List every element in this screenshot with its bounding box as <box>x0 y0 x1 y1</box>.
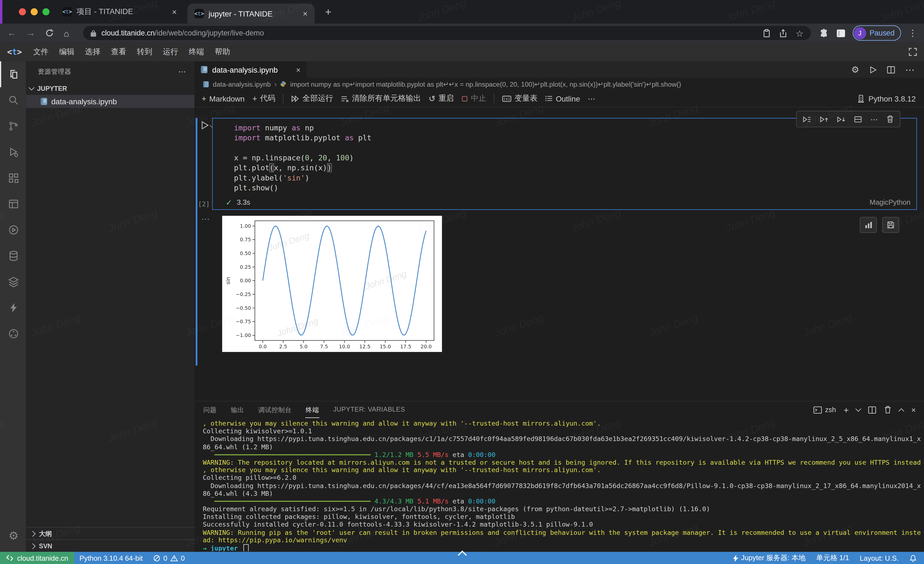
code-cell[interactable]: import numpy as npimport matplotlib.pypl… <box>212 118 917 210</box>
maximize-panel-icon[interactable] <box>899 408 904 414</box>
clear-outputs-button[interactable]: 清除所有单元格输出 <box>341 93 421 104</box>
panel-tab-JUPYTER: VARIABLES[interactable]: JUPYTER: VARIABLES <box>333 402 406 418</box>
browser-toolbar: ← → ⌂ cloud.titanide.cn/ide/web/coding/j… <box>0 24 924 43</box>
profile-paused-button[interactable]: J Paused <box>852 25 901 41</box>
clipboard-icon[interactable] <box>763 29 771 38</box>
sidebar-more-icon[interactable]: ⋯ <box>178 67 186 76</box>
run-editor-icon[interactable] <box>869 66 877 74</box>
outline-button[interactable]: Outline <box>545 94 580 103</box>
kill-terminal-trash-icon[interactable] <box>884 406 892 414</box>
keyboard-layout-status[interactable]: Layout: U.S. <box>860 554 899 562</box>
panel-tab-终端[interactable]: 终端 <box>305 402 320 418</box>
notifications-bell-icon[interactable] <box>909 554 917 562</box>
menu-item-选择[interactable]: 选择 <box>80 42 106 61</box>
cell-toolbar-run-cells-below-icon[interactable] <box>837 115 846 123</box>
chart-output-button[interactable] <box>860 217 877 233</box>
python-interpreter-status[interactable]: Python 3.10.4 64-bit <box>74 554 148 562</box>
chrome-menu-icon[interactable]: ⋮ <box>908 28 917 39</box>
notebook-cell-status[interactable]: 单元格 1/1 <box>816 553 849 563</box>
editor-tab-notebook[interactable]: data-analysis.ipynb × <box>194 61 306 78</box>
home-icon[interactable]: ⌂ <box>63 28 69 38</box>
add-markdown-button[interactable]: +Markdown <box>202 94 245 103</box>
browser-tab-project[interactable]: <t> 项目 - TITANIDE × <box>55 0 184 24</box>
bookmark-star-icon[interactable]: ☆ <box>796 29 804 38</box>
activity-explorer-icon[interactable] <box>0 61 26 87</box>
activity-settings-gear-icon[interactable]: ⚙ <box>0 522 26 548</box>
breadcrumb-cell-preview[interactable]: import numpy as np↵import matplotlib.pyp… <box>290 80 681 88</box>
editor-tab-close-icon[interactable]: × <box>296 65 301 74</box>
cell-toolbar-run-cells-above-icon[interactable] <box>820 115 829 123</box>
save-output-button[interactable] <box>882 217 899 233</box>
sidebar-section-SVN[interactable]: SVN <box>26 540 194 552</box>
menu-item-运行[interactable]: 运行 <box>158 42 183 61</box>
back-icon[interactable]: ← <box>7 28 16 39</box>
menu-item-编辑[interactable]: 编辑 <box>54 42 80 61</box>
language-mode-label[interactable]: MagicPython <box>870 198 910 206</box>
split-terminal-icon[interactable] <box>868 406 876 414</box>
cell-toolbar-split-cell-icon[interactable] <box>854 115 862 123</box>
panel-tab-调试控制台[interactable]: 调试控制台 <box>258 402 292 418</box>
problems-status[interactable]: 0 0 <box>148 554 190 562</box>
window-close-button[interactable] <box>19 8 26 15</box>
kernel-picker[interactable]: Python 3.8.12 <box>856 94 924 103</box>
menu-item-终端[interactable]: 终端 <box>183 42 209 61</box>
restart-kernel-button[interactable]: ↺重启 <box>429 93 454 104</box>
sidebar-section-大纲[interactable]: 大纲 <box>26 527 194 540</box>
cell-toolbar-delete-cell-icon[interactable] <box>886 115 894 123</box>
run-cell-button[interactable] <box>201 121 209 129</box>
activity-database-icon[interactable] <box>0 243 26 269</box>
breadcrumb[interactable]: data-analysis.ipynb › import numpy as np… <box>194 78 924 90</box>
activity-zap-icon[interactable] <box>0 295 26 320</box>
sidebar-item-notebook-file[interactable]: data-analysis.ipynb <box>26 95 194 108</box>
menu-item-查看[interactable]: 查看 <box>106 42 132 61</box>
activity-run-debug-icon[interactable] <box>0 139 26 165</box>
notebook-settings-gear-icon[interactable]: ⚙ <box>851 65 859 75</box>
sidebar-section-jupyter[interactable]: JUPYTER <box>26 82 194 95</box>
menu-item-转到[interactable]: 转到 <box>132 42 158 61</box>
tab-close-icon[interactable]: × <box>172 8 177 16</box>
share-icon[interactable] <box>779 29 788 38</box>
extensions-puzzle-icon[interactable] <box>819 28 829 38</box>
toolbar-more-icon[interactable]: ⋯ <box>588 94 596 103</box>
jupyter-server-status[interactable]: Jupyter 服务器: 本地 <box>733 553 806 563</box>
activity-search-icon[interactable] <box>0 87 26 113</box>
window-zoom-button[interactable] <box>42 8 50 15</box>
activity-extensions-icon[interactable] <box>0 165 26 191</box>
window-minimize-button[interactable] <box>30 8 38 15</box>
add-code-button[interactable]: +代码 <box>252 93 275 104</box>
activity-remote-hub-icon[interactable] <box>0 321 26 347</box>
url-bar[interactable]: cloud.titanide.cn/ide/web/coding/jupyter… <box>83 26 810 40</box>
activity-source-control-icon[interactable] <box>0 113 26 139</box>
browser-tab-jupyter[interactable]: <t> jupyter - TITANIDE × <box>187 4 315 24</box>
cell-toolbar-execute-cells-below-icon[interactable] <box>803 115 812 123</box>
activity-notebook-preview-icon[interactable] <box>0 191 26 217</box>
tab-close-icon[interactable]: × <box>303 9 308 18</box>
remote-indicator[interactable]: cloud.titanide.cn <box>0 552 74 564</box>
panel-tab-问题[interactable]: 问题 <box>202 402 217 418</box>
cell-code-editor[interactable]: import numpy as npimport matplotlib.pypl… <box>234 123 912 193</box>
run-all-button[interactable]: 全部运行 <box>291 93 333 104</box>
split-editor-icon[interactable] <box>887 66 895 74</box>
activity-layers-icon[interactable] <box>0 269 26 295</box>
reload-icon[interactable] <box>45 29 54 38</box>
breadcrumb-file[interactable]: data-analysis.ipynb <box>213 81 271 88</box>
editor-more-icon[interactable]: ⋯ <box>905 64 914 75</box>
menu-item-文件[interactable]: 文件 <box>28 42 54 61</box>
new-tab-button[interactable]: + <box>322 5 334 18</box>
cell-toolbar-more-icon[interactable]: ⋯ <box>870 114 878 125</box>
terminal-dropdown-icon[interactable] <box>855 406 861 412</box>
sidebar-toggle-icon[interactable] <box>836 29 845 38</box>
menu-item-帮助[interactable]: 帮助 <box>209 42 235 61</box>
interrupt-button[interactable]: 中止 <box>462 93 486 104</box>
fullscreen-icon[interactable] <box>909 48 917 56</box>
variables-button[interactable]: (x) 变量表 <box>502 93 538 104</box>
activity-live-run-icon[interactable] <box>0 217 26 243</box>
forward-icon[interactable]: → <box>26 28 35 39</box>
terminal-output[interactable]: , otherwise you may silence this warning… <box>202 420 922 551</box>
close-panel-icon[interactable]: × <box>911 406 916 414</box>
new-terminal-icon[interactable]: + <box>844 405 849 414</box>
panel-tab-输出[interactable]: 输出 <box>230 402 245 418</box>
output-collapse-icon[interactable]: ⋯ <box>202 214 210 223</box>
panel-collapse-handle[interactable] <box>454 549 470 558</box>
terminal-shell-picker[interactable]: zsh <box>813 406 836 414</box>
